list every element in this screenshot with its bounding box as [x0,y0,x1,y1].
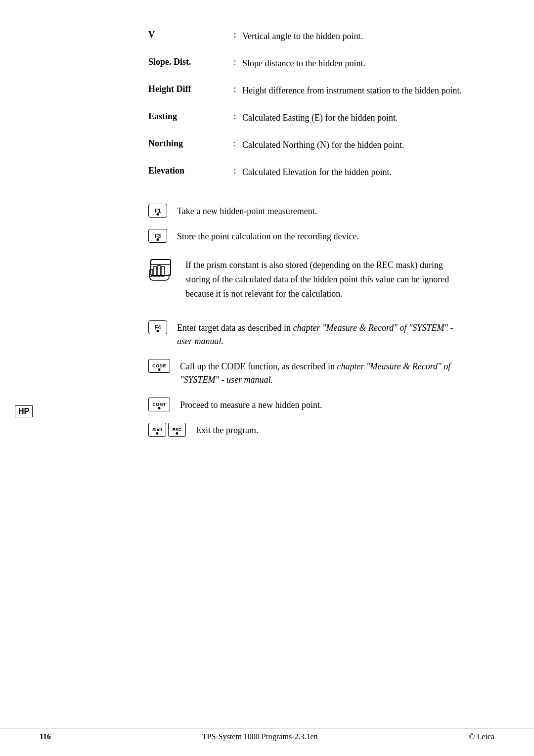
desc-elevation: Calculated Elevation for the hidden poin… [242,166,465,179]
term-heightdiff: Height Diff [148,84,227,94]
content-area: V : Vertical angle to the hidden point. … [148,30,465,437]
f4-dot [157,330,159,332]
footer: 116 TPS-System 1000 Programs-2.3.1en © L… [0,728,534,741]
def-row-elevation: Elevation : Calculated Elevation for the… [148,166,465,179]
action-row-f4: F4 Enter target data as described in cha… [148,320,465,348]
action-row-f3: F3 Store the point calculation on the re… [148,229,465,243]
note-section: If the prism constant is also stored (de… [148,258,465,301]
svg-rect-4 [157,266,161,276]
f4-button[interactable]: F4 [148,320,167,334]
footer-center-text: TPS-System 1000 Programs-2.3.1en [202,732,318,741]
footer-page-number: 116 [40,732,51,741]
action-row-code: CODE Call up the CODE function, as descr… [148,359,465,387]
code-dot [158,368,161,371]
f3-action-text: Store the point calculation on the recor… [177,229,465,243]
hand-svg [148,256,176,283]
hand-icon [148,256,176,288]
f3-dot [157,238,159,241]
def-row-slope: Slope. Dist. : Slope distance to the hid… [148,57,465,70]
def-row-v: V : Vertical angle to the hidden point. [148,30,465,43]
code-label: CODE [152,363,166,368]
desc-slope: Slope distance to the hidden point. [242,57,465,70]
colon-heightdiff: : [227,84,242,94]
page: HP V : Vertical angle to the hidden poin… [0,0,534,756]
cont-action-text: Proceed to measure a new hidden point. [180,398,465,412]
f1-action-text: Take a new hidden-point measurement. [177,204,465,218]
f3-button[interactable]: F3 [148,229,167,243]
shift-dot [156,432,159,435]
desc-heightdiff: Height difference from instrument statio… [242,84,465,97]
desc-northing: Calculated Northing (N) for the hidden p… [242,138,465,152]
action-row-f1: F1 Take a new hidden-point measurement. [148,204,465,218]
f4-action-text: Enter target data as described in chapte… [177,320,465,348]
cont-dot [158,407,161,409]
colon-northing: : [227,138,242,149]
desc-easting: Calculated Easting (E) for the hidden po… [242,111,465,125]
desc-v: Vertical angle to the hidden point. [242,30,465,43]
shift-button[interactable]: Shift [148,423,166,437]
term-elevation: Elevation [148,166,227,176]
footer-right-text: © Leica [469,732,494,741]
esc-dot [176,432,178,435]
def-row-northing: Northing : Calculated Northing (N) for t… [148,138,465,152]
code-button[interactable]: CODE [148,359,170,373]
def-row-heightdiff: Height Diff : Height difference from ins… [148,84,465,97]
term-easting: Easting [148,111,227,122]
hp-label: HP [15,405,33,417]
esc-button[interactable]: ESC [168,423,186,437]
actions-section: F1 Take a new hidden-point measurement. … [148,204,465,437]
f1-dot [157,213,159,216]
shift-esc-action-text: Exit the program. [196,423,465,437]
action-row-shift-esc: Shift ESC Exit the program. [148,423,465,437]
definitions-section: V : Vertical angle to the hidden point. … [148,30,465,179]
note-text: If the prism constant is also stored (de… [185,258,465,301]
term-northing: Northing [148,138,227,149]
f1-button[interactable]: F1 [148,204,167,218]
code-action-text: Call up the CODE function, as described … [180,359,465,387]
colon-elevation: : [227,166,242,176]
esc-label: ESC [173,427,182,432]
colon-slope: : [227,57,242,67]
action-row-cont: CONT Proceed to measure a new hidden poi… [148,398,465,412]
colon-easting: : [227,111,242,122]
shift-esc-pair: Shift ESC [148,423,186,437]
shift-label: Shift [152,427,162,432]
term-slope: Slope. Dist. [148,57,227,67]
term-v: V [148,30,227,40]
cont-button[interactable]: CONT [148,398,170,411]
def-row-easting: Easting : Calculated Easting (E) for the… [148,111,465,125]
colon-v: : [227,30,242,40]
cont-label: CONT [152,402,166,407]
